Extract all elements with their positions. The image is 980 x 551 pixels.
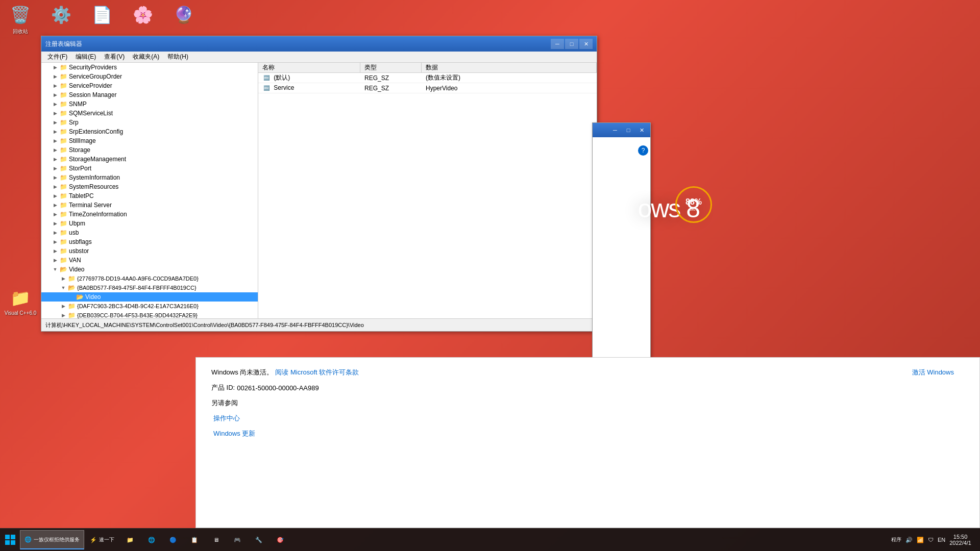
security-icon[interactable]: 🛡 bbox=[928, 537, 934, 543]
tree-item-storagemanagement[interactable]: ▶ 📁 StorageManagement bbox=[41, 155, 258, 164]
start-button[interactable] bbox=[3, 530, 18, 549]
menu-view[interactable]: 查看(V) bbox=[100, 52, 129, 62]
tree-item-guid1[interactable]: ▶ 📁 {27769778-DD19-4AA0-A9F6-C0CD9ABA7DE… bbox=[41, 274, 258, 283]
windows-update-link[interactable]: Windows 更新 bbox=[213, 429, 255, 438]
folder-icon: 📁 bbox=[59, 211, 67, 218]
second-maximize-btn[interactable]: □ bbox=[622, 125, 635, 135]
taskbar-item-app3[interactable]: 🔧 bbox=[249, 530, 269, 549]
taskbar-right: 程序 🔊 📶 🛡 EN 15:50 2022/4/1 bbox=[891, 534, 977, 546]
action-center-link[interactable]: 操作中心 bbox=[213, 414, 240, 423]
tree-item-ubpm[interactable]: ▶ 📁 Ubpm bbox=[41, 219, 258, 228]
folder-icon: 📁 bbox=[59, 64, 67, 71]
tree-item-video-selected[interactable]: 📂 Video bbox=[41, 292, 258, 302]
desktop-icon-settings[interactable]: ⚙️ bbox=[43, 3, 79, 35]
taskbar-item-ie[interactable]: 🌐 bbox=[141, 530, 162, 549]
tree-item-usbstor[interactable]: ▶ 📁 usbstor bbox=[41, 246, 258, 256]
taskbar-item-browser[interactable]: 🌐 一族仪框拒绝供服务 bbox=[20, 530, 84, 549]
activation-row: Windows 尚未激活。 阅读 Microsoft 软件许可条款 激活 Win… bbox=[211, 368, 964, 377]
arrow-icon: ▶ bbox=[52, 128, 59, 135]
folder-icon: 📁 bbox=[59, 137, 67, 144]
folder-icon: 📁 bbox=[59, 73, 67, 80]
tree-item-guid4[interactable]: ▶ 📁 {DEB039CC-B704-4F53-B43E-9DD4432FA2E… bbox=[41, 311, 258, 318]
tree-item-usb[interactable]: ▶ 📁 usb bbox=[41, 228, 258, 237]
taskbar-item-app2[interactable]: 🎮 bbox=[227, 530, 248, 549]
tree-scroll[interactable]: ▶ 📁 SecurityProviders ▶ 📁 ServiceGroupOr… bbox=[41, 63, 258, 318]
tree-item-storage[interactable]: ▶ 📁 Storage bbox=[41, 145, 258, 155]
tree-item-usbflags[interactable]: ▶ 📁 usbflags bbox=[41, 237, 258, 246]
desktop-icon-puzzle[interactable]: 🔮 bbox=[166, 3, 202, 35]
registry-row-service[interactable]: 🔤 Service REG_SZ HyperVideo bbox=[258, 83, 597, 93]
reg-data-service: HyperVideo bbox=[422, 84, 597, 92]
taskbar-item-browser2[interactable]: 🔵 bbox=[163, 530, 183, 549]
tree-item-tabletpc[interactable]: ▶ 📁 TabletPC bbox=[41, 191, 258, 201]
tree-item-snmp[interactable]: ▶ 📁 SNMP bbox=[41, 99, 258, 109]
tree-item-srp[interactable]: ▶ 📁 Srp bbox=[41, 118, 258, 127]
taskbar-item-terminal[interactable]: 🖥 bbox=[206, 530, 226, 549]
tree-item-stillimage[interactable]: ▶ 📁 StillImage bbox=[41, 136, 258, 145]
svg-rect-0 bbox=[5, 535, 10, 539]
close-button[interactable]: ✕ bbox=[579, 39, 593, 49]
shortcut-icon: ⚡ bbox=[90, 537, 97, 543]
arrow-icon: ▶ bbox=[52, 247, 59, 255]
tree-item-van[interactable]: ▶ 📁 VAN bbox=[41, 256, 258, 265]
menu-help[interactable]: 帮助(H) bbox=[163, 52, 192, 62]
taskbar-item-explorer[interactable]: 📁 bbox=[120, 530, 140, 549]
registry-row-default[interactable]: 🔤 (默认) REG_SZ (数值未设置) bbox=[258, 73, 597, 83]
maximize-button[interactable]: □ bbox=[565, 39, 578, 49]
tree-item-terminalserver[interactable]: ▶ 📁 Terminal Server bbox=[41, 201, 258, 210]
tree-item-srpextensionconfig[interactable]: ▶ 📁 SrpExtensionConfig bbox=[41, 127, 258, 136]
tree-item-guid2[interactable]: ▼ 📂 {BA0BD577-F849-475F-84F4-FBFFF4B019C… bbox=[41, 283, 258, 292]
minimize-button[interactable]: ─ bbox=[551, 39, 564, 49]
taskbar-items: 🌐 一族仪框拒绝供服务 ⚡ 速一下 📁 🌐 🔵 📋 🖥 bbox=[20, 530, 891, 549]
desktop-icon-recycle[interactable]: 🗑️ 回收站 bbox=[3, 3, 38, 35]
tree-item-systeminformation[interactable]: ▶ 📁 SystemInformation bbox=[41, 173, 258, 182]
tree-item-sqmservicelist[interactable]: ▶ 📁 SQMServiceList bbox=[41, 109, 258, 118]
flower-icon: 🌸 bbox=[131, 3, 155, 27]
taskbar-item-shortcut[interactable]: ⚡ 速一下 bbox=[85, 530, 119, 549]
tree-item-timezoneinfo[interactable]: ▶ 📁 TimeZoneInformation bbox=[41, 210, 258, 219]
folder-icon: 📁 bbox=[59, 101, 67, 108]
activate-windows-link[interactable]: 激活 Windows bbox=[912, 368, 954, 377]
menu-file[interactable]: 文件(F) bbox=[43, 52, 71, 62]
menu-edit[interactable]: 编辑(E) bbox=[71, 52, 100, 62]
folder-icon: 📁 bbox=[59, 110, 67, 117]
desktop-icon-flower[interactable]: 🌸 bbox=[125, 3, 161, 35]
activation-text: Windows 尚未激活。 bbox=[211, 368, 273, 377]
taskbar-clock[interactable]: 15:50 2022/4/1 bbox=[949, 534, 971, 546]
second-win-titlebar[interactable]: ─ □ ✕ bbox=[593, 123, 650, 137]
second-minimize-btn[interactable]: ─ bbox=[608, 125, 622, 135]
tree-item-guid3[interactable]: ▶ 📁 {DAF7C903-2BC3-4D4B-9C42-E1A7C3A216E… bbox=[41, 302, 258, 311]
taskbar-item-app1[interactable]: 📋 bbox=[184, 530, 205, 549]
windows-version-info: Windows 8.1 专业版 Build 9600 bbox=[924, 512, 975, 525]
tree-item-serviceprovider[interactable]: ▶ 📁 ServiceProvider bbox=[41, 81, 258, 90]
arrow-icon: ▶ bbox=[52, 202, 59, 209]
registry-menubar: 文件(F) 编辑(E) 查看(V) 收藏夹(A) 帮助(H) bbox=[41, 52, 597, 63]
svg-rect-2 bbox=[5, 540, 10, 545]
menu-favorites[interactable]: 收藏夹(A) bbox=[129, 52, 163, 62]
registry-tree-panel: ▶ 📁 SecurityProviders ▶ 📁 ServiceGroupOr… bbox=[41, 63, 258, 318]
desktop-icon-cpp[interactable]: 📁 Visual C++6.0 bbox=[3, 286, 38, 316]
no-arrow-icon bbox=[68, 293, 75, 300]
volume-icon[interactable]: 🔊 bbox=[905, 537, 913, 543]
arrow-icon: ▶ bbox=[52, 220, 59, 227]
desktop-icon-document[interactable]: 📄 bbox=[84, 3, 120, 35]
also-see-row: 另请参阅 bbox=[211, 398, 964, 408]
taskbar-item-app4[interactable]: 🎯 bbox=[270, 530, 290, 549]
arrow-icon: ▶ bbox=[52, 146, 59, 154]
tree-item-sessionmanager[interactable]: ▶ 📁 Session Manager bbox=[41, 90, 258, 99]
app1-icon: 📋 bbox=[191, 537, 198, 543]
activation-link[interactable]: 阅读 Microsoft 软件许可条款 bbox=[275, 368, 359, 377]
help-icon: ? bbox=[638, 145, 648, 156]
arrow-icon: ▶ bbox=[60, 303, 67, 310]
second-close-btn[interactable]: ✕ bbox=[635, 125, 648, 135]
tree-item-securityproviders[interactable]: ▶ 📁 SecurityProviders bbox=[41, 63, 258, 72]
registry-titlebar[interactable]: 注册表编辑器 ─ □ ✕ bbox=[41, 36, 597, 52]
tree-item-storport[interactable]: ▶ 📁 StorPort bbox=[41, 164, 258, 173]
tree-item-servicegrouporder[interactable]: ▶ 📁 ServiceGroupOrder bbox=[41, 72, 258, 81]
clock-date: 2022/4/1 bbox=[949, 540, 971, 546]
action-center-row: 操作中心 bbox=[211, 414, 964, 423]
language-icon[interactable]: EN bbox=[938, 537, 945, 543]
network-icon[interactable]: 📶 bbox=[917, 537, 924, 543]
tree-item-systemresources[interactable]: ▶ 📁 SystemResources bbox=[41, 182, 258, 191]
tree-item-video[interactable]: ▼ 📂 Video bbox=[41, 265, 258, 274]
